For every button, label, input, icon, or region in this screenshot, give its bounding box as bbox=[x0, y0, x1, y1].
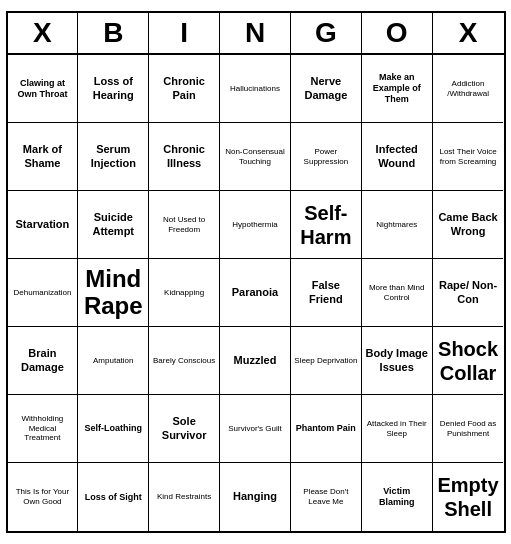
grid-cell-18: Self-Harm bbox=[291, 191, 362, 259]
grid-cell-29: Amputation bbox=[78, 327, 149, 395]
header-cell-G-4: G bbox=[291, 13, 362, 53]
grid-cell-6: Addiction /Withdrawal bbox=[433, 55, 504, 123]
grid-cell-20: Came Back Wrong bbox=[433, 191, 504, 259]
grid-cell-2: Chronic Pain bbox=[149, 55, 220, 123]
grid-cell-9: Chronic Illness bbox=[149, 123, 220, 191]
grid-cell-46: Please Don't Leave Me bbox=[291, 463, 362, 531]
grid-cell-48: Empty Shell bbox=[433, 463, 504, 531]
header-cell-O-5: O bbox=[362, 13, 433, 53]
header-cell-N-3: N bbox=[220, 13, 291, 53]
header-cell-B-1: B bbox=[78, 13, 149, 53]
grid-cell-36: Self-Loathing bbox=[78, 395, 149, 463]
grid-cell-11: Power Suppression bbox=[291, 123, 362, 191]
header-row: XBINGOX bbox=[8, 13, 504, 55]
grid-cell-12: Infected Wound bbox=[362, 123, 433, 191]
grid-cell-42: This Is for Your Own Good bbox=[8, 463, 79, 531]
header-cell-I-2: I bbox=[149, 13, 220, 53]
bingo-card: XBINGOX Clawing at Own ThroatLoss of Hea… bbox=[6, 11, 506, 533]
grid-cell-33: Body Image Issues bbox=[362, 327, 433, 395]
grid-cell-47: Victim Blaming bbox=[362, 463, 433, 531]
grid-cell-45: Hanging bbox=[220, 463, 291, 531]
grid: Clawing at Own ThroatLoss of HearingChro… bbox=[8, 55, 504, 531]
grid-cell-1: Loss of Hearing bbox=[78, 55, 149, 123]
grid-cell-35: Withholding Medical Treatment bbox=[8, 395, 79, 463]
grid-cell-7: Mark of Shame bbox=[8, 123, 79, 191]
grid-cell-19: Nightmares bbox=[362, 191, 433, 259]
grid-cell-4: Nerve Damage bbox=[291, 55, 362, 123]
grid-cell-26: More than Mind Control bbox=[362, 259, 433, 327]
grid-cell-34: Shock Collar bbox=[433, 327, 504, 395]
grid-cell-23: Kidnapping bbox=[149, 259, 220, 327]
grid-cell-30: Barely Conscious bbox=[149, 327, 220, 395]
grid-cell-24: Paranoia bbox=[220, 259, 291, 327]
grid-cell-44: Kind Restraints bbox=[149, 463, 220, 531]
grid-cell-15: Suicide Attempt bbox=[78, 191, 149, 259]
grid-cell-16: Not Used to Freedom bbox=[149, 191, 220, 259]
grid-cell-10: Non-Consensual Touching bbox=[220, 123, 291, 191]
grid-cell-8: Serum Injection bbox=[78, 123, 149, 191]
grid-cell-22: Mind Rape bbox=[78, 259, 149, 327]
grid-cell-5: Make an Example of Them bbox=[362, 55, 433, 123]
header-cell-X-0: X bbox=[8, 13, 79, 53]
grid-cell-38: Survivor's Guilt bbox=[220, 395, 291, 463]
grid-cell-3: Hallucinations bbox=[220, 55, 291, 123]
header-cell-X-6: X bbox=[433, 13, 504, 53]
grid-cell-13: Lost Their Voice from Screaming bbox=[433, 123, 504, 191]
grid-cell-25: False Friend bbox=[291, 259, 362, 327]
grid-cell-14: Starvation bbox=[8, 191, 79, 259]
grid-cell-31: Muzzled bbox=[220, 327, 291, 395]
grid-cell-39: Phantom Pain bbox=[291, 395, 362, 463]
grid-cell-37: Sole Survivor bbox=[149, 395, 220, 463]
grid-cell-32: Sleep Deprivation bbox=[291, 327, 362, 395]
grid-cell-41: Denied Food as Punishment bbox=[433, 395, 504, 463]
grid-cell-17: Hypothermia bbox=[220, 191, 291, 259]
grid-cell-27: Rape/ Non-Con bbox=[433, 259, 504, 327]
grid-cell-21: Dehumanization bbox=[8, 259, 79, 327]
grid-cell-0: Clawing at Own Throat bbox=[8, 55, 79, 123]
grid-cell-43: Loss of Sight bbox=[78, 463, 149, 531]
grid-cell-40: Attacked in Their Sleep bbox=[362, 395, 433, 463]
grid-cell-28: Brain Damage bbox=[8, 327, 79, 395]
